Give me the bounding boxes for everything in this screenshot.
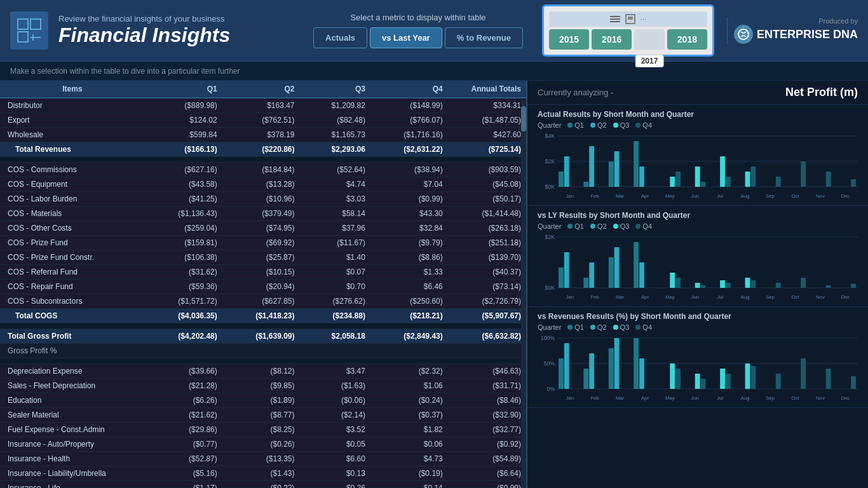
svg-rect-95 bbox=[589, 353, 594, 389]
cell-q3: $0.13 bbox=[300, 466, 370, 481]
legend-q2-1: Q2 bbox=[590, 121, 607, 129]
cell-q1: ($52.87) bbox=[145, 452, 222, 466]
year-btn-2017[interactable]: 2017 bbox=[634, 29, 665, 50]
cell-q3: ($276.62) bbox=[300, 294, 370, 309]
net-profit-label: Net Profit (m) bbox=[785, 86, 858, 99]
chart-legend-3: Quarter Q1 Q2 Q3 Q4 bbox=[538, 323, 858, 331]
dna-logo: ENTERPRISE DNA bbox=[734, 25, 858, 44]
col-items: Items bbox=[0, 81, 145, 98]
table-row[interactable]: COS - Subcontractors ($1,571.72) ($627.8… bbox=[0, 294, 526, 309]
svg-text:Mar: Mar bbox=[616, 193, 625, 199]
cell-label: COS - Other Costs bbox=[0, 221, 145, 236]
table-row[interactable]: Education ($6.26) ($1.89) ($0.06) ($0.24… bbox=[0, 393, 526, 408]
cell-q2: ($20.94) bbox=[222, 280, 300, 294]
legend-q4-1: Q4 bbox=[635, 121, 652, 129]
cell-annual: ($5,907.67) bbox=[448, 309, 526, 323]
table-row[interactable]: Sealer Material ($21.62) ($8.77) ($2.14)… bbox=[0, 408, 526, 423]
cell-label: Insurance - Auto/Property bbox=[0, 437, 145, 452]
table-row[interactable]: COS - Repair Fund ($59.36) ($20.94) $0.7… bbox=[0, 280, 526, 294]
table-row[interactable]: Insurance - Auto/Property ($0.77) ($0.26… bbox=[0, 437, 526, 452]
col-q4: Q4 bbox=[370, 81, 448, 98]
col-q2: Q2 bbox=[222, 81, 300, 98]
metric-btn-vs-last-year[interactable]: vs Last Year bbox=[370, 27, 442, 48]
svg-rect-106 bbox=[695, 374, 700, 389]
legend-label-quarter: Quarter bbox=[538, 121, 561, 129]
table-row[interactable]: Total Revenues ($166.13) ($220.86) $2,29… bbox=[0, 142, 526, 157]
table-row[interactable]: COS - Prize Fund Constr. ($106.38) ($25.… bbox=[0, 250, 526, 265]
cell-annual: ($32.77) bbox=[448, 423, 526, 437]
legend-q1-3: Q1 bbox=[567, 323, 584, 331]
cell-q2: ($74.95) bbox=[222, 221, 300, 236]
svg-rect-32 bbox=[695, 166, 700, 187]
svg-rect-47 bbox=[851, 179, 856, 187]
svg-text:Aug: Aug bbox=[741, 395, 750, 401]
table-row[interactable]: Insurance - Liability/Umbrella ($5.16) (… bbox=[0, 466, 526, 481]
table-row[interactable]: Total Gross Profit ($4,202.48) ($1,639.0… bbox=[0, 329, 526, 344]
cell-annual bbox=[448, 344, 526, 358]
cell-annual: ($54.89) bbox=[448, 452, 526, 466]
svg-rect-5 bbox=[610, 16, 620, 17]
table-row[interactable]: Fuel Expense - Const.Admin ($29.86) ($8.… bbox=[0, 423, 526, 437]
year-btn-2015[interactable]: 2015 bbox=[549, 29, 589, 50]
cell-q3: $3.52 bbox=[300, 423, 370, 437]
cell-annual: $334.31 bbox=[448, 98, 526, 113]
table-row[interactable]: COS - Labor Burden ($41.25) ($10.96) $3.… bbox=[0, 192, 526, 207]
table-row[interactable]: Gross Profit % bbox=[0, 344, 526, 358]
svg-rect-9 bbox=[628, 17, 633, 20]
table-scroll[interactable]: Items Q1 Q2 Q3 Q4 Annual Totals Distribu… bbox=[0, 81, 526, 488]
year-btn-2018[interactable]: 2018 bbox=[667, 29, 707, 50]
table-row[interactable]: COS - Equipment ($43.58) ($13.28) $4.74 … bbox=[0, 177, 526, 192]
cell-label: COS - Commissions bbox=[0, 163, 145, 177]
legend-q4-3: Q4 bbox=[635, 323, 652, 331]
cell-q4: $0.06 bbox=[370, 437, 448, 452]
svg-rect-54 bbox=[564, 252, 569, 288]
svg-rect-83 bbox=[851, 284, 856, 288]
metric-btn-pct-revenue[interactable]: % to Revenue bbox=[445, 27, 523, 48]
svg-text:Aug: Aug bbox=[741, 193, 750, 199]
table-row[interactable]: COS - Other Costs ($259.04) ($74.95) $37… bbox=[0, 221, 526, 236]
svg-text:Jan: Jan bbox=[566, 193, 573, 199]
cell-annual: ($40.37) bbox=[448, 265, 526, 280]
svg-point-10 bbox=[738, 29, 749, 39]
year-selector-box: ··· 2015 2016 2017 2018 bbox=[542, 4, 714, 57]
cell-q2: $163.47 bbox=[222, 98, 300, 113]
metric-btn-actuals[interactable]: Actuals bbox=[313, 27, 367, 48]
subtitle-text: Make a selection within the table to div… bbox=[10, 67, 240, 76]
table-row[interactable]: Wholesale $599.84 $378.19 $1,165.73 ($1,… bbox=[0, 128, 526, 142]
cell-annual: ($31.71) bbox=[448, 379, 526, 393]
table-row[interactable]: Total COGS ($4,036.35) ($1,418.23) ($234… bbox=[0, 309, 526, 323]
cell-label: COS - Repair Fund bbox=[0, 280, 145, 294]
cell-q3: ($0.06) bbox=[300, 393, 370, 408]
cell-annual: ($32.90) bbox=[448, 408, 526, 423]
chart-area-2: $2K$0KJanFebMarAprMayJunJulAugSepOctNovD… bbox=[538, 234, 858, 304]
cell-q2: ($0.22) bbox=[222, 481, 300, 489]
cell-q4: ($766.07) bbox=[370, 113, 448, 128]
cell-q3: $0.07 bbox=[300, 265, 370, 280]
table-row[interactable]: COS - Prize Fund ($159.81) ($69.92) ($11… bbox=[0, 236, 526, 250]
table-row[interactable]: Insurance - Health ($52.87) ($13.35) $6.… bbox=[0, 452, 526, 466]
table-row[interactable]: Distributor ($889.98) $163.47 $1,209.82 … bbox=[0, 98, 526, 113]
svg-text:Jan: Jan bbox=[566, 395, 573, 401]
table-row[interactable]: Sales - Fleet Depreciation ($21.28) ($9.… bbox=[0, 379, 526, 393]
legend-q1-1: Q1 bbox=[567, 121, 584, 129]
cell-q3: ($234.88) bbox=[300, 309, 370, 323]
cell-q3 bbox=[300, 344, 370, 358]
table-row[interactable]: Export $124.02 ($762.51) ($82.48) ($766.… bbox=[0, 113, 526, 128]
table-row[interactable]: COS - Referral Fund ($31.62) ($10.15) $0… bbox=[0, 265, 526, 280]
table-row[interactable]: Depreciation Expense ($39.66) ($8.12) $3… bbox=[0, 364, 526, 379]
cell-q2: ($10.15) bbox=[222, 265, 300, 280]
year-btn-2016[interactable]: 2016 bbox=[592, 29, 632, 50]
svg-rect-115 bbox=[776, 374, 781, 389]
table-row[interactable]: COS - Materials ($1,136.43) ($379.49) $5… bbox=[0, 207, 526, 221]
cell-label: COS - Prize Fund Constr. bbox=[0, 250, 145, 265]
cell-q4: ($0.99) bbox=[370, 192, 448, 207]
svg-rect-104 bbox=[675, 369, 681, 389]
cell-annual: ($8.46) bbox=[448, 393, 526, 408]
svg-rect-97 bbox=[609, 348, 614, 389]
cell-q3: $1,209.82 bbox=[300, 98, 370, 113]
cell-q4: ($1,716.16) bbox=[370, 128, 448, 142]
cell-q3: ($82.48) bbox=[300, 113, 370, 128]
table-row[interactable]: Insurance - Life ($1.17) ($0.22) $0.26 $… bbox=[0, 481, 526, 489]
table-row[interactable]: COS - Commissions ($627.16) ($184.84) ($… bbox=[0, 163, 526, 177]
svg-rect-92 bbox=[564, 343, 569, 389]
